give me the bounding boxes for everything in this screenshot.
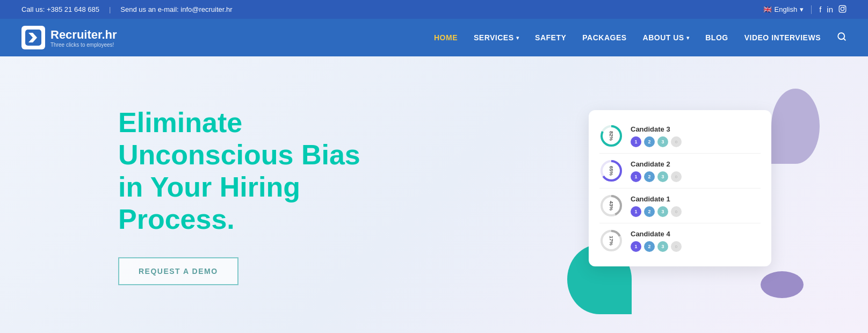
language-selector[interactable]: 🇬🇧 English ▾: [763, 5, 804, 13]
hero-left: Eliminate Unconscious Bias in Your Hirin…: [118, 107, 397, 285]
request-demo-button[interactable]: REQUEST A DEMO: [118, 257, 238, 285]
tag-ghost-2: ○: [671, 171, 682, 182]
svg-line-5: [843, 38, 845, 40]
svg-rect-0: [839, 5, 846, 12]
top-bar-left: Call us: +385 21 648 685 | Send us an e-…: [21, 5, 233, 13]
tag-2d: 2: [644, 241, 655, 252]
language-label: English: [775, 5, 798, 13]
candidate-name-1: Candidate 1: [631, 195, 761, 203]
call-info: Call us: +385 21 648 685: [21, 5, 99, 13]
candidate-name-2: Candidate 2: [631, 160, 761, 168]
deco-purple-right: [771, 89, 820, 164]
tag-3b: 3: [657, 171, 668, 182]
hero-right: 82% Candidate 3 1 2 3 ○: [589, 89, 804, 303]
nav-home[interactable]: HOME: [434, 33, 458, 42]
candidate-row: 17% Candidate 4 1 2 3 ○: [599, 223, 761, 258]
tag-ghost-3: ○: [671, 206, 682, 217]
tag-1b: 1: [631, 171, 641, 182]
nav-about[interactable]: ABOUT US ▾: [643, 33, 690, 42]
logo-svg: [25, 30, 41, 46]
nav-services[interactable]: SERVICES ▾: [474, 33, 519, 42]
brand-name: Recruiter.hr: [50, 28, 117, 42]
nav-packages[interactable]: PACKAGES: [582, 33, 626, 42]
email-info: Send us an e-mail: info@recruiter.hr: [120, 5, 232, 13]
flag-icon: 🇬🇧: [763, 5, 772, 13]
progress-circle-4: 17%: [599, 229, 623, 252]
candidate-name-4: Candidate 4: [631, 230, 761, 238]
candidate-row: 65% Candidate 2 1 2 3 ○: [599, 154, 761, 189]
nav-video[interactable]: VIDEO INTERVIEWS: [744, 33, 821, 42]
tag-1c: 1: [631, 206, 641, 217]
social-icons: f in: [819, 5, 847, 15]
top-bar: Call us: +385 21 648 685 | Send us an e-…: [0, 0, 868, 19]
linkedin-icon[interactable]: in: [827, 5, 833, 14]
candidate-row: 82% Candidate 3 1 2 3 ○: [599, 119, 761, 154]
nav-blog[interactable]: BLOG: [705, 33, 728, 42]
nav-bar: Recruiter.hr Three clicks to employees! …: [0, 19, 868, 56]
tag-1d: 1: [631, 241, 641, 252]
tag-2b: 2: [644, 171, 655, 182]
candidate-tags-2: 1 2 3 ○: [631, 171, 761, 182]
facebook-icon[interactable]: f: [819, 5, 821, 14]
search-icon[interactable]: [837, 32, 847, 44]
brand-tagline: Three clicks to employees!: [50, 42, 117, 48]
pct-1: 43%: [609, 201, 614, 211]
tag-3: 3: [657, 136, 668, 147]
candidate-tags-3: 1 2 3 ○: [631, 136, 761, 147]
top-bar-right: 🇬🇧 English ▾ f in: [763, 5, 847, 15]
logo-text: Recruiter.hr Three clicks to employees!: [50, 28, 117, 48]
tag-ghost: ○: [671, 136, 682, 147]
hero-title-line1: Eliminate Unconscious Bias: [118, 107, 360, 170]
pct-2: 65%: [609, 166, 614, 176]
candidate-tags-1: 1 2 3 ○: [631, 206, 761, 217]
nav-safety[interactable]: SAFETY: [535, 33, 566, 42]
svg-point-1: [841, 7, 844, 10]
candidate-tags-4: 1 2 3 ○: [631, 241, 761, 252]
services-chevron: ▾: [516, 35, 519, 41]
logo-icon: [21, 26, 45, 49]
chevron-down-icon: ▾: [800, 5, 804, 13]
tag-3d: 3: [657, 241, 668, 252]
tag-ghost-4: ○: [671, 241, 682, 252]
tag-2: 2: [644, 136, 655, 147]
candidate-info-2: Candidate 2 1 2 3 ○: [631, 160, 761, 182]
logo[interactable]: Recruiter.hr Three clicks to employees!: [21, 26, 117, 49]
candidate-info-4: Candidate 4 1 2 3 ○: [631, 230, 761, 252]
tag-1: 1: [631, 136, 641, 147]
progress-circle-2: 65%: [599, 159, 623, 183]
vertical-divider: [811, 5, 812, 14]
tag-2c: 2: [644, 206, 655, 217]
deco-purple-oval: [761, 271, 804, 298]
hero-title-line2: in Your Hiring Process.: [118, 171, 300, 235]
svg-point-2: [844, 6, 845, 8]
progress-circle-1: 43%: [599, 194, 623, 218]
about-chevron: ▾: [686, 35, 690, 41]
hero-title: Eliminate Unconscious Bias in Your Hirin…: [118, 107, 397, 235]
candidate-card: 82% Candidate 3 1 2 3 ○: [589, 110, 771, 266]
instagram-icon[interactable]: [838, 5, 847, 15]
candidate-row: 43% Candidate 1 1 2 3 ○: [599, 189, 761, 223]
candidate-info-3: Candidate 3 1 2 3 ○: [631, 125, 761, 147]
top-bar-divider: |: [109, 5, 111, 13]
pct-3: 82%: [609, 131, 614, 141]
tag-3c: 3: [657, 206, 668, 217]
pct-4: 17%: [609, 236, 614, 245]
progress-circle-3: 82%: [599, 124, 623, 148]
candidate-info-1: Candidate 1 1 2 3 ○: [631, 195, 761, 217]
candidate-name-3: Candidate 3: [631, 125, 761, 133]
hero-section: Eliminate Unconscious Bias in Your Hirin…: [0, 56, 868, 333]
nav-links: HOME SERVICES ▾ SAFETY PACKAGES ABOUT US…: [434, 32, 847, 44]
